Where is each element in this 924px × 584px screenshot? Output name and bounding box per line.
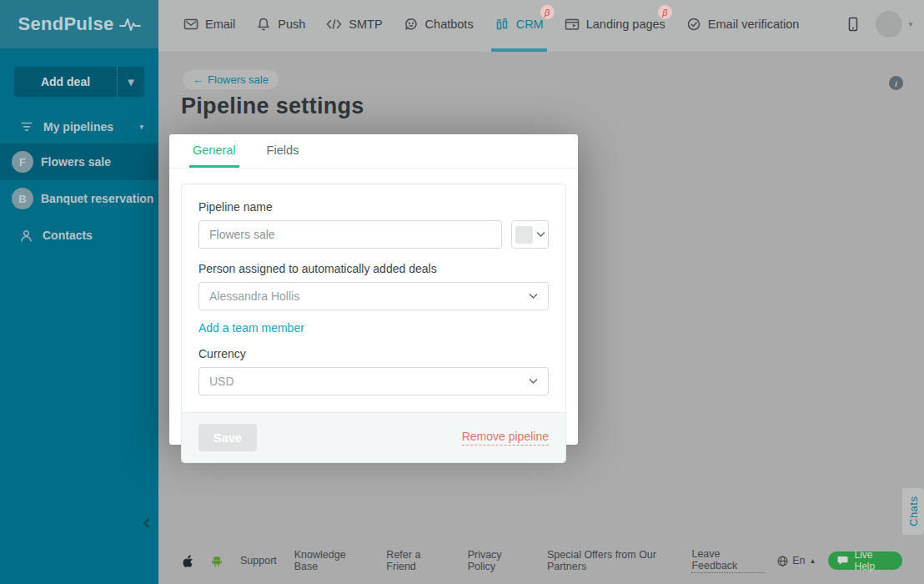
chat-icon bbox=[837, 556, 848, 566]
chevron-down-icon bbox=[529, 293, 538, 300]
nav-item-smtp[interactable]: SMTP bbox=[326, 0, 382, 52]
nav-item-label: Landing pages bbox=[586, 18, 665, 31]
chevron-down-icon: ▾ bbox=[908, 20, 912, 28]
chats-tab[interactable]: Chats bbox=[902, 488, 924, 535]
kanban-icon bbox=[495, 17, 510, 32]
pipeline-avatar: B bbox=[12, 188, 33, 209]
globe-icon bbox=[777, 556, 788, 566]
nav-item-chatbots[interactable]: Chatbots bbox=[404, 0, 474, 52]
chevron-down-icon bbox=[536, 231, 545, 238]
nav-item-label: CRM bbox=[516, 18, 544, 31]
assignee-label: Person assigned to automatically added d… bbox=[198, 262, 549, 275]
nav-item-landing-pages[interactable]: Landing pages β bbox=[565, 0, 665, 52]
back-arrow-icon: ← bbox=[193, 73, 203, 86]
footer-link-refer-a-friend[interactable]: Refer a Friend bbox=[386, 549, 449, 572]
nav-item-label: Email verification bbox=[708, 18, 800, 31]
footer: Support Knowledge Base Refer a Friend Pr… bbox=[182, 549, 902, 572]
sidebar: Add deal ▾ My pipelines ▾ F Flowers sale… bbox=[0, 48, 158, 584]
chevron-up-icon: ▲ bbox=[810, 557, 816, 565]
footer-link-support[interactable]: Support bbox=[240, 555, 277, 566]
sidebar-item-label: Contacts bbox=[43, 229, 93, 242]
pipeline-form: Pipeline name Person assigned to automat… bbox=[182, 184, 565, 412]
add-deal-label: Add deal bbox=[14, 67, 117, 97]
account-menu[interactable]: ▾ bbox=[876, 11, 912, 38]
avatar bbox=[876, 11, 902, 38]
leave-feedback-link[interactable]: Leave Feedback bbox=[691, 548, 765, 573]
language-selector[interactable]: En ▲ bbox=[777, 555, 816, 566]
pipeline-avatar: F bbox=[12, 151, 33, 173]
person-icon bbox=[19, 229, 33, 243]
sidebar-item-flowers-sale[interactable]: F Flowers sale bbox=[0, 143, 158, 180]
nav-item-label: Chatbots bbox=[425, 18, 474, 31]
nav-item-push[interactable]: Push bbox=[256, 0, 305, 52]
live-help-label: Live Help bbox=[854, 549, 893, 572]
footer-link-privacy-policy[interactable]: Privacy Policy bbox=[468, 549, 530, 572]
sidebar-item-label: My pipelines bbox=[43, 120, 113, 133]
chevron-down-icon: ▾ bbox=[139, 123, 143, 131]
color-swatch bbox=[515, 226, 533, 244]
topbar: Email Push SMTP Chatbots CRM β bbox=[158, 0, 924, 52]
nav-item-label: SMTP bbox=[349, 18, 382, 31]
collapse-sidebar-button[interactable] bbox=[139, 516, 154, 531]
logo[interactable]: SendPulse bbox=[0, 0, 158, 48]
chat-bubble-icon bbox=[404, 17, 419, 32]
main-nav: Email Push SMTP Chatbots CRM β bbox=[183, 0, 799, 52]
envelope-icon bbox=[183, 17, 198, 32]
chevron-down-icon bbox=[529, 378, 538, 385]
pipeline-name-label: Pipeline name bbox=[198, 200, 549, 214]
modal-tabs: General Fields bbox=[169, 134, 578, 169]
modal-footer: Save Remove pipeline bbox=[182, 412, 565, 462]
footer-link-knowledge-base[interactable]: Knowledge Base bbox=[294, 549, 369, 572]
nav-item-email-verification[interactable]: Email verification bbox=[686, 0, 800, 52]
nav-item-crm[interactable]: CRM β bbox=[495, 0, 544, 52]
pipeline-name-input[interactable] bbox=[198, 220, 502, 249]
browser-cursor-icon bbox=[565, 17, 580, 32]
general-panel: Pipeline name Person assigned to automat… bbox=[181, 184, 566, 463]
assignee-value: Alessandra Hollis bbox=[209, 289, 299, 303]
beta-badge: β bbox=[540, 5, 555, 19]
sidebar-item-banquet-reservation[interactable]: B Banquet reservation bbox=[0, 180, 158, 217]
currency-select[interactable]: USD bbox=[198, 367, 549, 395]
nav-item-email[interactable]: Email bbox=[183, 0, 235, 52]
add-team-member-link[interactable]: Add a team member bbox=[198, 321, 304, 335]
android-icon[interactable] bbox=[211, 554, 223, 567]
currency-label: Currency bbox=[198, 347, 549, 360]
assignee-select[interactable]: Alessandra Hollis bbox=[198, 282, 549, 310]
nav-item-label: Email bbox=[205, 18, 235, 31]
tab-general[interactable]: General bbox=[189, 134, 239, 168]
pipeline-settings-modal: General Fields Pipeline name Person assi… bbox=[169, 134, 578, 445]
nav-item-label: Push bbox=[278, 18, 305, 31]
chevron-down-icon[interactable]: ▾ bbox=[117, 67, 144, 97]
beta-badge: β bbox=[658, 5, 672, 19]
bell-icon bbox=[256, 17, 271, 32]
language-label: En bbox=[792, 555, 805, 566]
footer-link-special-offers[interactable]: Special Offers from Our Partners bbox=[547, 549, 692, 572]
phone-icon[interactable] bbox=[846, 17, 861, 32]
sidebar-item-label: Flowers sale bbox=[41, 155, 111, 169]
sidebar-item-label: Banquet reservation bbox=[41, 192, 153, 205]
logo-text: SendPulse bbox=[18, 13, 113, 35]
apple-icon[interactable] bbox=[182, 554, 193, 567]
page-title: Pipeline settings bbox=[181, 93, 364, 119]
save-button[interactable]: Save bbox=[198, 424, 257, 451]
tab-fields[interactable]: Fields bbox=[264, 134, 303, 168]
pipeline-color-select[interactable] bbox=[511, 220, 549, 249]
breadcrumb-back[interactable]: ← Flowers sale bbox=[183, 70, 279, 89]
breadcrumb-label: Flowers sale bbox=[208, 73, 269, 86]
topbar-right: ▾ bbox=[846, 0, 912, 52]
info-icon[interactable]: i bbox=[889, 76, 903, 90]
check-circle-icon bbox=[686, 17, 701, 32]
pulse-icon bbox=[119, 17, 141, 32]
sidebar-item-my-pipelines[interactable]: My pipelines ▾ bbox=[0, 110, 158, 143]
sidebar-item-contacts[interactable]: Contacts bbox=[0, 217, 158, 254]
currency-value: USD bbox=[209, 375, 234, 388]
add-deal-button[interactable]: Add deal ▾ bbox=[14, 67, 144, 97]
funnel-icon bbox=[20, 120, 33, 133]
code-icon bbox=[326, 17, 342, 32]
remove-pipeline-link[interactable]: Remove pipeline bbox=[462, 430, 549, 446]
live-help-button[interactable]: Live Help bbox=[828, 551, 902, 570]
